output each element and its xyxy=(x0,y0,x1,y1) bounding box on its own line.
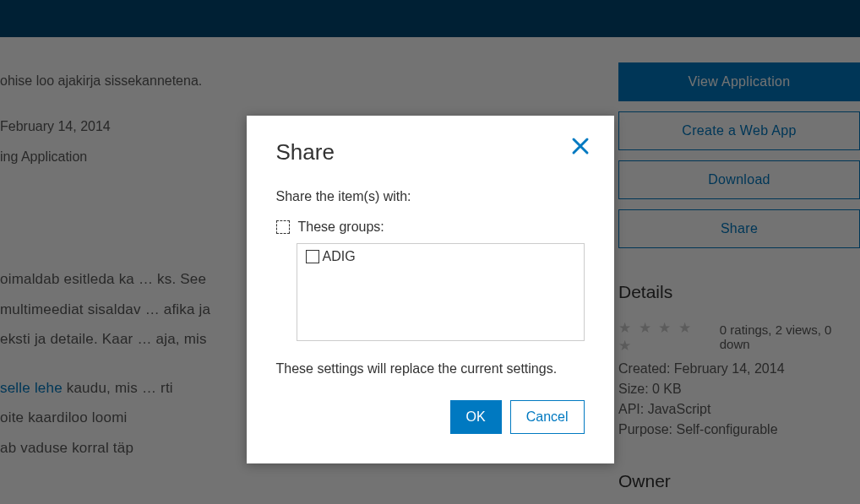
close-icon[interactable] xyxy=(570,136,591,156)
share-modal: Share Share the item(s) with: These grou… xyxy=(247,116,614,463)
modal-actions: OK Cancel xyxy=(276,400,585,434)
group-item[interactable]: ADIG xyxy=(306,249,575,264)
ok-button[interactable]: OK xyxy=(450,400,502,434)
group-checkbox[interactable] xyxy=(306,250,319,263)
groups-list: ADIG xyxy=(297,243,585,341)
groups-toggle-row[interactable]: These groups: xyxy=(276,219,585,235)
groups-checkbox-partial[interactable] xyxy=(276,220,290,234)
modal-subtitle: Share the item(s) with: xyxy=(276,189,585,204)
groups-label: These groups: xyxy=(298,219,384,235)
group-name: ADIG xyxy=(323,249,356,264)
modal-title: Share xyxy=(276,139,585,165)
modal-overlay: Share Share the item(s) with: These grou… xyxy=(0,0,860,504)
cancel-button[interactable]: Cancel xyxy=(510,400,585,434)
modal-note: These settings will replace the current … xyxy=(276,361,585,377)
